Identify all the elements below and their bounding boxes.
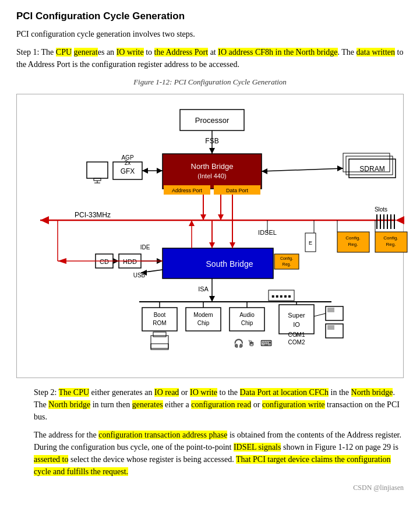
svg-text:E: E [309, 240, 312, 246]
svg-rect-82 [142, 308, 177, 331]
svg-text:Config.: Config. [383, 235, 398, 241]
svg-text:IO: IO [293, 321, 300, 328]
svg-text:PCI-33MHz: PCI-33MHz [75, 211, 111, 219]
svg-rect-5 [163, 154, 262, 189]
svg-rect-110 [153, 332, 166, 337]
svg-rect-109 [151, 336, 168, 348]
config-write-highlight: configuration write [262, 400, 325, 409]
io-write2-highlight: IO write [190, 388, 217, 397]
svg-text:🎧: 🎧 [234, 338, 244, 348]
svg-text:South Bridge: South Bridge [206, 259, 253, 269]
data-port-highlight: Data Port at loca­tion CFCh [240, 388, 329, 397]
svg-rect-90 [230, 308, 264, 331]
svg-rect-86 [186, 308, 221, 331]
para3: The address for the configuration transa… [34, 429, 404, 478]
generates-highlight: generat [74, 48, 98, 57]
svg-marker-80 [209, 296, 215, 302]
svg-marker-42 [200, 214, 206, 220]
step2-block: Step 2: The CPU either generates an IO r… [34, 386, 404, 478]
svg-text:Chip: Chip [197, 320, 210, 326]
svg-text:Reg.: Reg. [386, 242, 396, 247]
svg-marker-115 [230, 242, 235, 248]
svg-marker-44 [218, 214, 224, 220]
pci-target-highlight: That PCI target device claims the config… [34, 455, 391, 476]
svg-text:North Bridge: North Bridge [191, 162, 234, 171]
svg-text:Reg.: Reg. [283, 262, 291, 267]
idsel-highlight: IDSEL signals [234, 443, 281, 452]
svg-marker-17 [337, 165, 343, 171]
cpu-highlight: CPU [56, 48, 72, 57]
config-trans-highlight: configuration transaction address phase [98, 431, 227, 439]
svg-text:⌨: ⌨ [260, 339, 272, 348]
step2-paragraph: Step 2: The CPU either generates an IO r… [34, 386, 404, 423]
svg-rect-94 [279, 305, 314, 334]
svg-marker-117 [58, 258, 66, 264]
svg-text:HDD: HDD [123, 258, 137, 265]
svg-text:ISA: ISA [198, 285, 209, 292]
svg-marker-18 [262, 168, 267, 174]
svg-marker-65 [209, 242, 215, 248]
svg-text:Chip: Chip [241, 320, 253, 326]
svg-text:COM2: COM2 [288, 339, 305, 345]
watermark: CSDN @linjiasen [16, 484, 404, 492]
svg-text:Config.: Config. [345, 235, 360, 241]
svg-rect-102 [327, 308, 334, 312]
svg-text:2x: 2x [125, 160, 131, 166]
intro-text: PCI configuration cycle generation invol… [16, 28, 404, 40]
step1-paragraph: Step 1: The CPU generates an IO write to… [16, 46, 404, 70]
svg-text:Modem: Modem [193, 312, 213, 318]
svg-text:Reg.: Reg. [348, 242, 358, 247]
svg-text:Config.: Config. [280, 256, 293, 261]
svg-marker-28 [157, 168, 163, 174]
north-bridge2-highlight: North bridge [48, 400, 90, 409]
svg-text:ROM: ROM [153, 320, 166, 326]
data-written-highlight: data written [357, 48, 395, 57]
svg-line-16 [262, 168, 343, 171]
figure-caption: Figure 1-12: PCI Configuration Cycle Gen… [16, 76, 404, 88]
io-read-highlight: IO read [154, 388, 179, 397]
svg-text:🖱: 🖱 [247, 339, 255, 348]
svg-line-105 [314, 313, 326, 316]
svg-text:Super: Super [288, 312, 305, 319]
svg-text:■ ■ ■ ■ ■: ■ ■ ■ ■ ■ [271, 294, 291, 299]
svg-rect-21 [87, 162, 108, 178]
asserted-highlight: asserted to [34, 455, 68, 464]
north-bridge-highlight: North bridge [351, 388, 393, 397]
svg-text:Boot: Boot [154, 312, 166, 318]
svg-text:Processor: Processor [195, 116, 230, 125]
svg-text:Slots: Slots [375, 206, 387, 213]
the-cpu-highlight: The CPU [59, 388, 90, 397]
svg-text:GFX: GFX [121, 167, 135, 175]
io-address-highlight: IO address CF8h in the North bridge [218, 48, 337, 57]
svg-text:Data Port: Data Port [226, 188, 249, 193]
svg-text:Address Port: Address Port [172, 188, 203, 193]
diagram-svg: Processor FSB North Bridge (Intel 440) A… [23, 104, 413, 372]
svg-text:Audio: Audio [239, 312, 255, 318]
svg-marker-40 [396, 216, 404, 224]
svg-marker-29 [142, 168, 148, 174]
io-write-highlight: IO write [117, 48, 144, 57]
generates-highlight2: generates [132, 400, 163, 409]
diagram-container: Processor FSB North Bridge (Intel 440) A… [16, 94, 404, 378]
svg-marker-4 [209, 148, 215, 154]
page-title: PCI Configuration Cycle Generation [16, 10, 404, 22]
svg-marker-31 [40, 216, 49, 224]
svg-text:IDE: IDE [140, 244, 150, 251]
svg-text:CD: CD [100, 258, 109, 265]
svg-marker-120 [189, 220, 195, 226]
config-read-highlight: configuration read [191, 400, 251, 409]
address-port-highlight: the Address Port [154, 48, 209, 57]
svg-rect-104 [327, 325, 334, 330]
svg-text:(Intel 440): (Intel 440) [197, 172, 227, 179]
